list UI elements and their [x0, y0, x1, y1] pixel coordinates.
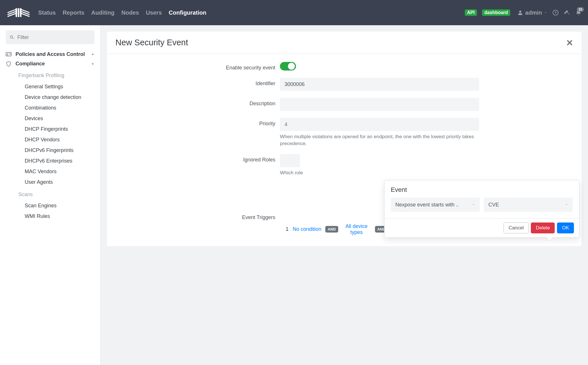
- svg-point-8: [7, 53, 8, 54]
- and-pill: AND: [325, 226, 338, 233]
- page-title: New Security Event: [115, 38, 188, 47]
- sidebar-section-label: Compliance: [16, 61, 87, 67]
- priority-input[interactable]: [280, 118, 479, 131]
- event-value: CVE: [488, 202, 499, 208]
- label-priority: Priority: [209, 118, 275, 127]
- svg-rect-2: [20, 8, 22, 17]
- shield-icon: [5, 61, 12, 67]
- nav-links: Status Reports Auditing Nodes Users Conf…: [38, 9, 206, 16]
- nav-nodes[interactable]: Nodes: [121, 9, 139, 16]
- sidebar-subhead-fingerbank: Fingerbank Profiling: [0, 69, 100, 81]
- sidebar-item[interactable]: DHCPv6 Fingerprints: [0, 145, 100, 156]
- id-card-icon: [5, 51, 12, 57]
- tools-icon[interactable]: [564, 9, 570, 16]
- label-ignored: Ignored Roles: [209, 154, 275, 163]
- dashboard-badge[interactable]: dashboard: [482, 9, 510, 16]
- svg-point-3: [519, 11, 521, 13]
- identifier-input[interactable]: [280, 78, 479, 91]
- sidebar-section-pac[interactable]: Policies and Access Control: [0, 49, 100, 59]
- cancel-button[interactable]: Cancel: [504, 222, 529, 233]
- event-popover: Event Nexpose event starts with .. CVE C…: [384, 180, 579, 238]
- enable-toggle[interactable]: [280, 62, 296, 71]
- user-menu[interactable]: admin: [517, 9, 547, 16]
- sidebar-subhead-scans: Scans: [0, 188, 100, 200]
- trigger-number: 1: [280, 226, 289, 232]
- svg-rect-0: [16, 8, 17, 17]
- description-input[interactable]: [280, 98, 479, 111]
- event-type-select[interactable]: Nexpose event starts with ..: [391, 198, 480, 212]
- chevron-down-icon: [544, 11, 547, 14]
- chevron-down-icon: [565, 203, 568, 206]
- trigger-device[interactable]: All device types: [341, 223, 372, 235]
- navbar: Status Reports Auditing Nodes Users Conf…: [0, 0, 588, 25]
- sidebar-item[interactable]: DHCP Fingerprints: [0, 124, 100, 134]
- sidebar-item[interactable]: Combinations: [0, 103, 100, 113]
- bell-icon[interactable]: 15: [575, 9, 582, 16]
- bell-count: 15: [577, 7, 584, 12]
- sidebar-item[interactable]: MAC Vendors: [0, 166, 100, 177]
- user-icon: [517, 9, 523, 16]
- nav-reports[interactable]: Reports: [63, 9, 84, 16]
- chevron-down-icon: [472, 203, 475, 206]
- label-enable: Enable security event: [209, 62, 275, 71]
- sidebar-item[interactable]: Device change detection: [0, 92, 100, 103]
- sidebar-item[interactable]: User Agents: [0, 177, 100, 188]
- sidebar-section-compliance[interactable]: Compliance: [0, 59, 100, 69]
- priority-help: When multiple violations are opened for …: [280, 133, 479, 147]
- svg-rect-7: [6, 52, 11, 56]
- logo: [6, 5, 31, 20]
- label-identifier: Identifier: [209, 78, 275, 87]
- nav-status[interactable]: Status: [38, 9, 56, 16]
- label-description: Description: [209, 98, 275, 107]
- chevron-down-icon: [90, 62, 95, 66]
- label-triggers: Event Triggers: [209, 183, 275, 220]
- sidebar-item[interactable]: DHCPv6 Enterprises: [0, 156, 100, 166]
- sidebar: Policies and Access Control Compliance F…: [0, 25, 100, 365]
- popover-title: Event: [384, 180, 579, 198]
- sidebar-item[interactable]: Devices: [0, 113, 100, 124]
- sidebar-item[interactable]: DHCP Vendors: [0, 134, 100, 145]
- main: New Security Event Enable security event…: [100, 25, 588, 365]
- help-icon[interactable]: ?: [552, 9, 559, 16]
- delete-button[interactable]: Delete: [531, 222, 555, 233]
- filter-input[interactable]: [17, 34, 90, 40]
- card-header: New Security Event: [107, 32, 582, 54]
- svg-rect-1: [18, 8, 19, 17]
- nav-configuration[interactable]: Configuration: [169, 9, 206, 16]
- filter-input-wrap[interactable]: [6, 30, 94, 44]
- nav-users[interactable]: Users: [146, 9, 162, 16]
- ignored-help: Which role: [280, 169, 479, 176]
- svg-text:?: ?: [554, 11, 557, 15]
- ok-button[interactable]: OK: [557, 222, 574, 233]
- sidebar-item[interactable]: WMI Rules: [0, 211, 100, 222]
- nav-auditing[interactable]: Auditing: [91, 9, 115, 16]
- trigger-condition[interactable]: No condition: [291, 226, 322, 232]
- close-icon[interactable]: [566, 39, 573, 46]
- event-type-value: Nexpose event starts with ..: [395, 202, 459, 208]
- sidebar-section-label: Policies and Access Control: [16, 51, 87, 57]
- api-badge[interactable]: API: [465, 9, 477, 16]
- ignored-roles-input[interactable]: [280, 154, 300, 167]
- search-icon: [10, 35, 14, 40]
- sidebar-item[interactable]: General Settings: [0, 81, 100, 92]
- user-name: admin: [525, 9, 542, 16]
- sidebar-item[interactable]: Scan Engines: [0, 200, 100, 211]
- chevron-up-icon: [90, 52, 95, 56]
- event-value-select[interactable]: CVE: [484, 198, 573, 212]
- svg-point-6: [10, 36, 13, 38]
